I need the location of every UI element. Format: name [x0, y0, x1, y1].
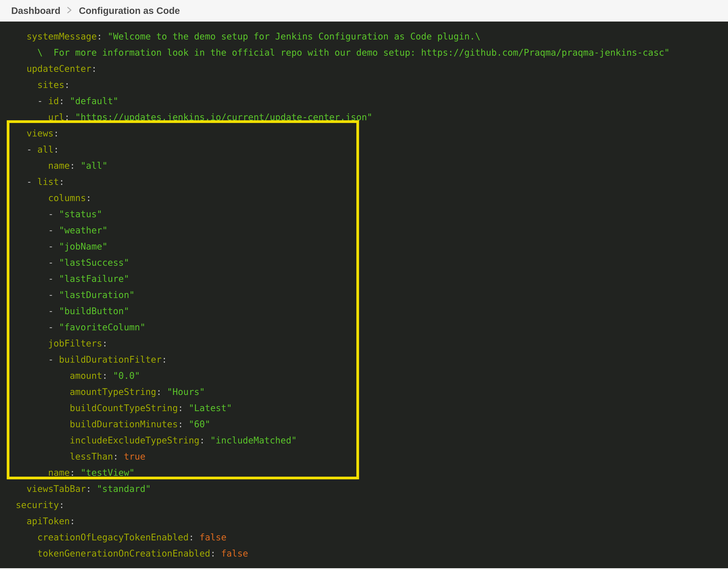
code-line: security:: [16, 497, 712, 513]
code-line: - "status": [16, 206, 712, 222]
breadcrumb-dashboard-link[interactable]: Dashboard: [11, 5, 60, 16]
code-line: url: "https://updates.jenkins.io/current…: [16, 109, 712, 125]
code-line: name: "all": [16, 158, 712, 174]
code-line: - "buildButton": [16, 303, 712, 319]
code-line: jobFilters:: [16, 335, 712, 351]
code-line: - "weather": [16, 222, 712, 238]
code-line: columns:: [16, 190, 712, 206]
code-line: - id: "default": [16, 93, 712, 109]
code-line: - all:: [16, 141, 712, 158]
code-line: amount: "0.0": [16, 367, 712, 384]
code-line: views:: [16, 125, 712, 141]
code-line: \ For more information look in the offic…: [16, 44, 712, 61]
code-line: includeExcludeTypeString: "includeMatche…: [16, 432, 712, 449]
code-line: buildDurationMinutes: "60": [16, 416, 712, 432]
chevron-right-icon: [67, 7, 72, 15]
code-line: creationOfLegacyTokenEnabled: false: [16, 529, 712, 545]
code-line: tokenGenerationOnCreationEnabled: false: [16, 545, 712, 561]
breadcrumb: Dashboard Configuration as Code: [0, 0, 728, 22]
code-line: - buildDurationFilter:: [16, 351, 712, 367]
code-line: sites:: [16, 77, 712, 93]
code-line: buildCountTypeString: "Latest": [16, 400, 712, 416]
code-line: apiToken:: [16, 513, 712, 529]
code-line: updateCenter:: [16, 61, 712, 77]
code-line: - list:: [16, 174, 712, 190]
code-line: amountTypeString: "Hours": [16, 384, 712, 400]
code-line: name: "testView": [16, 465, 712, 481]
code-line: - "favoriteColumn": [16, 319, 712, 335]
code-line: - "lastSuccess": [16, 255, 712, 271]
breadcrumb-page-link[interactable]: Configuration as Code: [79, 5, 180, 16]
code-line: viewsTabBar: "standard": [16, 481, 712, 497]
yaml-code-block: systemMessage: "Welcome to the demo setu…: [0, 22, 728, 568]
code-line: - "lastDuration": [16, 287, 712, 303]
code-line: - "lastFailure": [16, 271, 712, 287]
code-line: systemMessage: "Welcome to the demo setu…: [16, 28, 712, 44]
code-line: lessThan: true: [16, 449, 712, 465]
code-line: - "jobName": [16, 238, 712, 255]
